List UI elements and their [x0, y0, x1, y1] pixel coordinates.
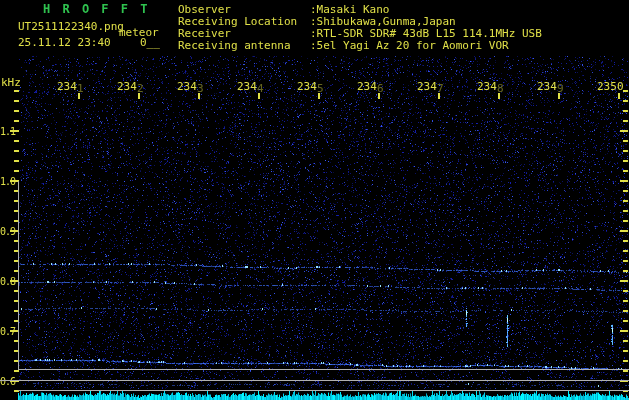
- freq-axis-unit: kHz: [1, 77, 21, 88]
- app-title: H R O F F T: [43, 4, 150, 15]
- info-label: Receiving Location: [178, 16, 297, 27]
- freq-tick-right: [620, 230, 628, 232]
- time-label: 2347: [417, 81, 444, 92]
- time-tick: [438, 93, 440, 99]
- time-label: 2350: [597, 81, 624, 92]
- info-value: :5el Yagi Az 20 for Aomori VOR: [310, 40, 509, 51]
- freq-tick-right: [623, 350, 628, 352]
- freq-tick-right: [620, 180, 628, 182]
- time-tick: [198, 93, 200, 99]
- output-filename: UT2511122340.png: [18, 21, 124, 32]
- freq-tick-right: [620, 330, 628, 332]
- freq-tick-right: [623, 90, 628, 92]
- freq-tick-right: [623, 320, 628, 322]
- echo-counter: 0__: [140, 37, 160, 48]
- freq-tick-left: [14, 120, 19, 122]
- time-label: 2349: [537, 81, 564, 92]
- freq-tick-right: [623, 220, 628, 222]
- freq-tick-left: [14, 150, 19, 152]
- freq-tick-right: [623, 100, 628, 102]
- grid-line-0p6khz: [0, 380, 629, 381]
- freq-tick-right: [623, 160, 628, 162]
- spectrogram-canvas: [0, 0, 629, 400]
- freq-tick-right: [623, 370, 628, 372]
- freq-tick-left: [14, 170, 19, 172]
- time-tick: [498, 93, 500, 99]
- freq-tick-right: [623, 290, 628, 292]
- freq-tick-right: [623, 210, 628, 212]
- time-tick: [378, 93, 380, 99]
- plot-left-border: [18, 181, 19, 370]
- freq-tick-right: [623, 110, 628, 112]
- time-tick: [258, 93, 260, 99]
- time-tick: [558, 93, 560, 99]
- freq-tick-right: [623, 310, 628, 312]
- time-label: 2344: [237, 81, 264, 92]
- freq-tick-right: [623, 190, 628, 192]
- time-tick: [318, 93, 320, 99]
- time-tick: [78, 93, 80, 99]
- freq-tick-right: [623, 240, 628, 242]
- freq-tick-left: [14, 90, 19, 92]
- time-label: 2345: [297, 81, 324, 92]
- freq-tick-left: [14, 100, 19, 102]
- observation-datetime: 25.11.12 23:40: [18, 37, 111, 48]
- freq-tick-right: [623, 150, 628, 152]
- time-label: 2348: [477, 81, 504, 92]
- freq-tick-right: [623, 120, 628, 122]
- info-value: :Masaki Kano: [310, 4, 389, 15]
- freq-tick-left: [14, 110, 19, 112]
- hrofft-spectrogram-output: H R O F F T UT2511122340.png meteor 25.1…: [0, 0, 629, 400]
- freq-tick-right: [623, 270, 628, 272]
- freq-tick-left: [14, 140, 19, 142]
- plot-bottom-border: [18, 369, 629, 370]
- freq-tick-right: [623, 200, 628, 202]
- info-label: Observer: [178, 4, 231, 15]
- freq-tick-left: [10, 130, 19, 132]
- freq-tick-right: [623, 260, 628, 262]
- time-label: 2342: [117, 81, 144, 92]
- info-label: Receiver: [178, 28, 231, 39]
- time-tick: [618, 93, 620, 99]
- freq-tick-right: [620, 130, 628, 132]
- time-label: 2341: [57, 81, 84, 92]
- info-value: :RTL-SDR SDR# 43dB L15 114.1MHz USB: [310, 28, 542, 39]
- freq-tick-left: [14, 370, 19, 372]
- freq-tick-right: [620, 280, 628, 282]
- freq-tick-left: [14, 160, 19, 162]
- time-label: 2343: [177, 81, 204, 92]
- freq-tick-right: [623, 250, 628, 252]
- freq-tick-right: [623, 340, 628, 342]
- freq-tick-right: [623, 170, 628, 172]
- info-value: :Shibukawa,Gunma,Japan: [310, 16, 456, 27]
- freq-tick-right: [623, 140, 628, 142]
- freq-tick-right: [623, 360, 628, 362]
- time-label: 2346: [357, 81, 384, 92]
- info-label: Receiving antenna: [178, 40, 291, 51]
- freq-tick-right: [623, 300, 628, 302]
- level-strip-border: [18, 390, 629, 391]
- time-tick: [138, 93, 140, 99]
